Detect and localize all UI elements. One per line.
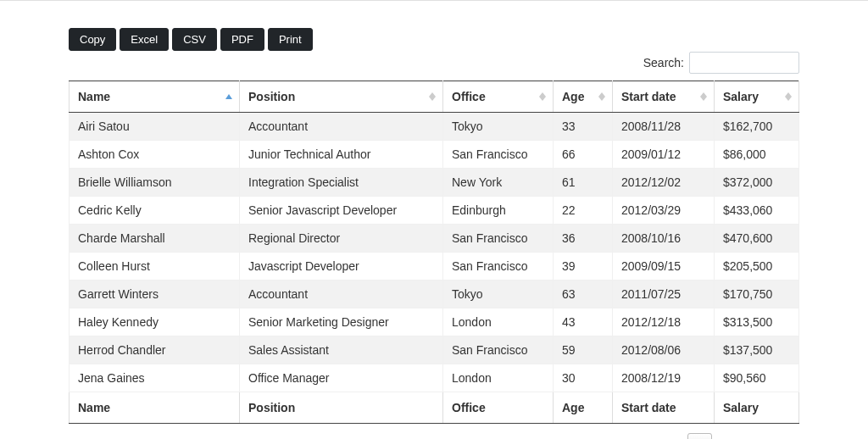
column-header-office[interactable]: Office <box>443 81 554 113</box>
column-header-position[interactable]: Position <box>240 81 443 113</box>
sort-both-icon <box>598 92 605 101</box>
cell-age: 33 <box>554 113 613 141</box>
cell-salary: $433,060 <box>715 197 799 225</box>
column-footer-salary: Salary <box>715 392 799 424</box>
cell-start_date: 2012/12/02 <box>613 169 715 197</box>
cell-office: San Francisco <box>443 253 554 281</box>
column-header-label: Position <box>248 90 295 103</box>
svg-marker-2 <box>429 97 436 101</box>
pagination-page-2[interactable]: 2 <box>724 434 741 439</box>
sort-both-icon <box>429 92 436 101</box>
cell-name: Charde Marshall <box>70 225 240 253</box>
pagination-next[interactable]: Next <box>765 434 799 439</box>
export-buttons: Copy Excel CSV PDF Print <box>69 28 313 51</box>
column-header-label: Age <box>562 90 584 103</box>
cell-salary: $90,560 <box>715 364 799 392</box>
sort-asc-icon <box>225 94 232 99</box>
cell-name: Colleen Hurst <box>70 253 240 281</box>
cell-office: Tokyo <box>443 113 554 141</box>
data-table: Name Position Office <box>69 81 799 424</box>
svg-marker-10 <box>785 97 792 101</box>
cell-position: Senior Javascript Developer <box>240 197 443 225</box>
column-footer-name: Name <box>70 392 240 424</box>
cell-position: Office Manager <box>240 364 443 392</box>
cell-start_date: 2009/01/12 <box>613 141 715 169</box>
cell-office: London <box>443 364 554 392</box>
cell-position: Senior Marketing Designer <box>240 308 443 336</box>
sort-both-icon <box>785 92 792 101</box>
column-header-age[interactable]: Age <box>554 81 613 113</box>
cell-age: 22 <box>554 197 613 225</box>
column-footer-start-date: Start date <box>613 392 715 424</box>
svg-marker-4 <box>539 97 546 101</box>
column-footer-office: Office <box>443 392 554 424</box>
cell-office: San Francisco <box>443 336 554 364</box>
cell-salary: $470,600 <box>715 225 799 253</box>
cell-age: 61 <box>554 169 613 197</box>
cell-office: Tokyo <box>443 281 554 308</box>
cell-salary: $170,750 <box>715 281 799 308</box>
print-button[interactable]: Print <box>268 28 313 51</box>
cell-start_date: 2008/10/16 <box>613 225 715 253</box>
cell-salary: $313,500 <box>715 308 799 336</box>
table-row: Brielle WilliamsonIntegration Specialist… <box>70 169 799 197</box>
table-row: Haley KennedySenior Marketing DesignerLo… <box>70 308 799 336</box>
cell-age: 43 <box>554 308 613 336</box>
table-row: Colleen HurstJavascript DeveloperSan Fra… <box>70 253 799 281</box>
cell-start_date: 2012/12/18 <box>613 308 715 336</box>
cell-office: London <box>443 308 554 336</box>
sort-both-icon <box>700 92 707 101</box>
table-row: Airi SatouAccountantTokyo332008/11/28$16… <box>70 113 799 141</box>
pagination: Previous 12 Next <box>619 434 799 439</box>
column-footer-position: Position <box>240 392 443 424</box>
cell-age: 39 <box>554 253 613 281</box>
column-header-label: Office <box>452 90 486 103</box>
pdf-button[interactable]: PDF <box>220 28 264 51</box>
cell-office: San Francisco <box>443 225 554 253</box>
cell-name: Haley Kennedy <box>70 308 240 336</box>
cell-start_date: 2011/07/25 <box>613 281 715 308</box>
svg-marker-8 <box>700 97 707 101</box>
cell-age: 59 <box>554 336 613 364</box>
column-header-label: Start date <box>621 90 676 103</box>
cell-position: Integration Specialist <box>240 169 443 197</box>
cell-salary: $162,700 <box>715 113 799 141</box>
table-row: Herrod ChandlerSales AssistantSan Franci… <box>70 336 799 364</box>
column-header-label: Salary <box>723 90 759 103</box>
cell-age: 36 <box>554 225 613 253</box>
column-header-start-date[interactable]: Start date <box>613 81 715 113</box>
search-label: Search: <box>643 56 684 69</box>
cell-position: Sales Assistant <box>240 336 443 364</box>
table-row: Charde MarshallRegional DirectorSan Fran… <box>70 225 799 253</box>
cell-age: 66 <box>554 141 613 169</box>
cell-start_date: 2008/12/19 <box>613 364 715 392</box>
cell-name: Jena Gaines <box>70 364 240 392</box>
table-row: Jena GainesOffice ManagerLondon302008/12… <box>70 364 799 392</box>
pagination-previous[interactable]: Previous <box>619 434 675 439</box>
column-header-salary[interactable]: Salary <box>715 81 799 113</box>
cell-age: 30 <box>554 364 613 392</box>
sort-both-icon <box>539 92 546 101</box>
cell-office: New York <box>443 169 554 197</box>
cell-age: 63 <box>554 281 613 308</box>
csv-button[interactable]: CSV <box>172 28 217 51</box>
table-row: Garrett WintersAccountantTokyo632011/07/… <box>70 281 799 308</box>
table-row: Cedric KellySenior Javascript DeveloperE… <box>70 197 799 225</box>
cell-position: Regional Director <box>240 225 443 253</box>
column-header-name[interactable]: Name <box>70 81 240 113</box>
cell-name: Brielle Williamson <box>70 169 240 197</box>
cell-start_date: 2009/09/15 <box>613 253 715 281</box>
cell-salary: $137,500 <box>715 336 799 364</box>
excel-button[interactable]: Excel <box>120 28 169 51</box>
search-input[interactable] <box>689 52 799 74</box>
cell-name: Herrod Chandler <box>70 336 240 364</box>
cell-position: Accountant <box>240 113 443 141</box>
copy-button[interactable]: Copy <box>69 28 116 51</box>
cell-start_date: 2008/11/28 <box>613 113 715 141</box>
cell-name: Cedric Kelly <box>70 197 240 225</box>
column-footer-age: Age <box>554 392 613 424</box>
cell-salary: $372,000 <box>715 169 799 197</box>
svg-marker-0 <box>225 94 232 99</box>
cell-office: Edinburgh <box>443 197 554 225</box>
pagination-page-1[interactable]: 1 <box>687 433 713 439</box>
